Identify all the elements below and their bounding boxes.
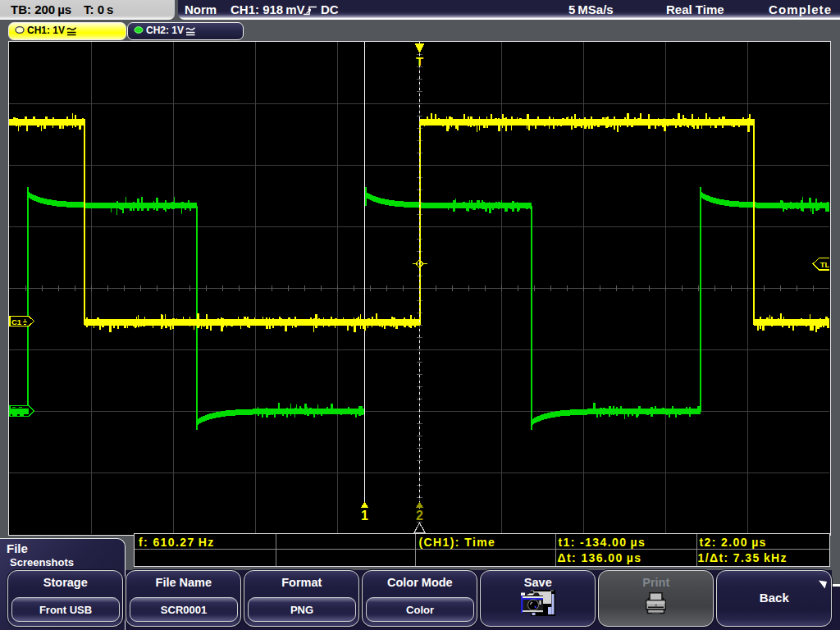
svg-text:TL: TL	[819, 259, 829, 268]
svg-text:C1: C1	[11, 317, 22, 326]
svg-text:T: T	[415, 54, 422, 68]
svg-text:2: 2	[416, 509, 423, 523]
svg-text:1: 1	[361, 509, 368, 523]
